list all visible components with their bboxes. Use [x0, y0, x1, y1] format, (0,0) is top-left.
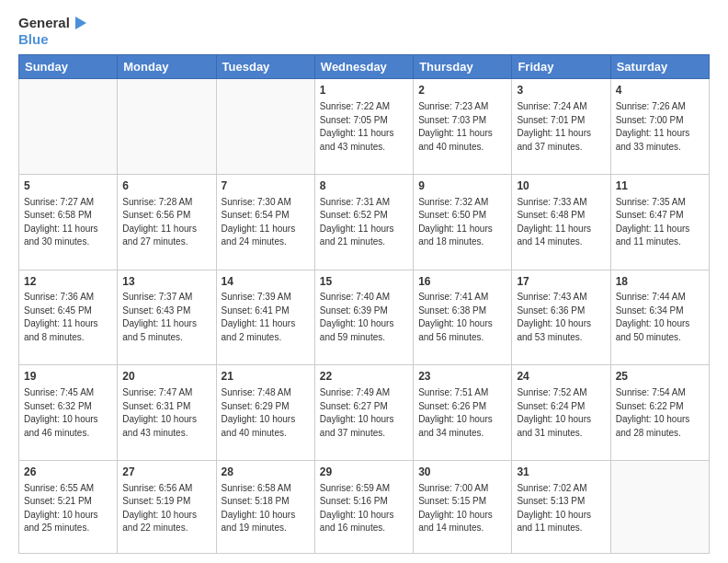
day-number: 14	[222, 274, 310, 290]
day-info: Sunrise: 7:30 AM Sunset: 6:54 PM Dayligh…	[222, 196, 310, 249]
day-info: Sunrise: 7:39 AM Sunset: 6:41 PM Dayligh…	[222, 291, 310, 344]
day-info: Sunrise: 7:40 AM Sunset: 6:39 PM Dayligh…	[320, 291, 408, 344]
calendar-cell: 14Sunrise: 7:39 AM Sunset: 6:41 PM Dayli…	[216, 270, 314, 365]
day-number: 18	[616, 274, 704, 290]
day-info: Sunrise: 7:44 AM Sunset: 6:34 PM Dayligh…	[616, 291, 704, 344]
day-info: Sunrise: 7:23 AM Sunset: 7:03 PM Dayligh…	[418, 100, 506, 154]
calendar-cell: 26Sunrise: 6:55 AM Sunset: 5:21 PM Dayli…	[19, 460, 118, 553]
calendar-cell: 8Sunrise: 7:31 AM Sunset: 6:52 PM Daylig…	[314, 174, 413, 270]
calendar-cell: 22Sunrise: 7:49 AM Sunset: 6:27 PM Dayli…	[314, 365, 413, 461]
day-info: Sunrise: 7:24 AM Sunset: 7:01 PM Dayligh…	[517, 100, 605, 154]
calendar-cell: 23Sunrise: 7:51 AM Sunset: 6:26 PM Dayli…	[414, 365, 512, 461]
calendar-cell	[118, 79, 216, 175]
day-number: 19	[24, 369, 112, 385]
day-info: Sunrise: 7:36 AM Sunset: 6:45 PM Dayligh…	[24, 291, 112, 344]
calendar-cell	[19, 79, 118, 175]
day-number: 28	[222, 465, 310, 480]
day-info: Sunrise: 7:43 AM Sunset: 6:36 PM Dayligh…	[517, 291, 605, 344]
day-info: Sunrise: 7:32 AM Sunset: 6:50 PM Dayligh…	[418, 196, 506, 249]
weekday-header-saturday: Saturday	[610, 55, 709, 79]
day-info: Sunrise: 7:27 AM Sunset: 6:58 PM Dayligh…	[24, 196, 112, 249]
logo: General Blue	[18, 15, 88, 47]
day-number: 6	[122, 178, 210, 194]
calendar-cell: 12Sunrise: 7:36 AM Sunset: 6:45 PM Dayli…	[19, 270, 118, 365]
calendar-cell: 3Sunrise: 7:24 AM Sunset: 7:01 PM Daylig…	[512, 79, 610, 175]
calendar: SundayMondayTuesdayWednesdayThursdayFrid…	[18, 54, 710, 554]
day-info: Sunrise: 7:22 AM Sunset: 7:05 PM Dayligh…	[320, 100, 408, 154]
day-info: Sunrise: 7:45 AM Sunset: 6:32 PM Dayligh…	[24, 386, 112, 440]
weekday-header-thursday: Thursday	[414, 55, 512, 79]
day-number: 15	[320, 274, 408, 290]
day-info: Sunrise: 7:47 AM Sunset: 6:31 PM Dayligh…	[122, 386, 210, 440]
calendar-cell	[610, 460, 709, 553]
day-number: 4	[616, 83, 704, 98]
logo-arrow-icon	[72, 15, 88, 31]
day-info: Sunrise: 6:56 AM Sunset: 5:19 PM Dayligh…	[122, 482, 210, 535]
calendar-cell: 2Sunrise: 7:23 AM Sunset: 7:03 PM Daylig…	[414, 79, 512, 175]
calendar-cell: 18Sunrise: 7:44 AM Sunset: 6:34 PM Dayli…	[610, 270, 709, 365]
calendar-cell: 1Sunrise: 7:22 AM Sunset: 7:05 PM Daylig…	[314, 79, 413, 175]
svg-marker-0	[75, 17, 86, 29]
calendar-cell: 27Sunrise: 6:56 AM Sunset: 5:19 PM Dayli…	[118, 460, 216, 553]
calendar-cell: 15Sunrise: 7:40 AM Sunset: 6:39 PM Dayli…	[314, 270, 413, 365]
day-number: 1	[320, 83, 408, 98]
day-number: 17	[517, 274, 605, 290]
calendar-cell: 16Sunrise: 7:41 AM Sunset: 6:38 PM Dayli…	[414, 270, 512, 365]
day-info: Sunrise: 7:35 AM Sunset: 6:47 PM Dayligh…	[616, 196, 704, 249]
calendar-cell: 13Sunrise: 7:37 AM Sunset: 6:43 PM Dayli…	[118, 270, 216, 365]
day-number: 8	[320, 178, 408, 194]
calendar-cell: 30Sunrise: 7:00 AM Sunset: 5:15 PM Dayli…	[414, 460, 512, 553]
day-info: Sunrise: 7:41 AM Sunset: 6:38 PM Dayligh…	[418, 291, 506, 344]
day-info: Sunrise: 6:59 AM Sunset: 5:16 PM Dayligh…	[320, 482, 408, 535]
day-info: Sunrise: 7:33 AM Sunset: 6:48 PM Dayligh…	[517, 196, 605, 249]
weekday-header-wednesday: Wednesday	[314, 55, 413, 79]
calendar-cell: 7Sunrise: 7:30 AM Sunset: 6:54 PM Daylig…	[216, 174, 314, 270]
calendar-cell: 5Sunrise: 7:27 AM Sunset: 6:58 PM Daylig…	[19, 174, 118, 270]
logo-wordmark: General Blue	[18, 15, 88, 47]
logo-blue: Blue	[18, 31, 49, 47]
day-number: 26	[24, 465, 112, 480]
day-number: 22	[320, 369, 408, 385]
day-number: 29	[320, 465, 408, 480]
calendar-cell: 21Sunrise: 7:48 AM Sunset: 6:29 PM Dayli…	[216, 365, 314, 461]
day-info: Sunrise: 7:02 AM Sunset: 5:13 PM Dayligh…	[517, 482, 605, 535]
weekday-header-monday: Monday	[118, 55, 216, 79]
day-number: 11	[616, 178, 704, 194]
day-number: 30	[418, 465, 506, 480]
day-number: 23	[418, 369, 506, 385]
day-info: Sunrise: 7:52 AM Sunset: 6:24 PM Dayligh…	[517, 386, 605, 440]
day-number: 25	[616, 369, 704, 385]
calendar-cell: 4Sunrise: 7:26 AM Sunset: 7:00 PM Daylig…	[610, 79, 709, 175]
weekday-header-friday: Friday	[512, 55, 610, 79]
calendar-cell: 29Sunrise: 6:59 AM Sunset: 5:16 PM Dayli…	[314, 460, 413, 553]
day-info: Sunrise: 7:26 AM Sunset: 7:00 PM Dayligh…	[616, 100, 704, 154]
day-info: Sunrise: 6:55 AM Sunset: 5:21 PM Dayligh…	[24, 482, 112, 535]
day-number: 13	[122, 274, 210, 290]
day-number: 16	[418, 274, 506, 290]
calendar-cell: 9Sunrise: 7:32 AM Sunset: 6:50 PM Daylig…	[414, 174, 512, 270]
calendar-cell: 10Sunrise: 7:33 AM Sunset: 6:48 PM Dayli…	[512, 174, 610, 270]
calendar-cell: 20Sunrise: 7:47 AM Sunset: 6:31 PM Dayli…	[118, 365, 216, 461]
day-number: 12	[24, 274, 112, 290]
calendar-cell: 25Sunrise: 7:54 AM Sunset: 6:22 PM Dayli…	[610, 365, 709, 461]
day-info: Sunrise: 7:51 AM Sunset: 6:26 PM Dayligh…	[418, 386, 506, 440]
day-number: 21	[222, 369, 310, 385]
day-info: Sunrise: 7:48 AM Sunset: 6:29 PM Dayligh…	[222, 386, 310, 440]
calendar-cell: 31Sunrise: 7:02 AM Sunset: 5:13 PM Dayli…	[512, 460, 610, 553]
day-number: 31	[517, 465, 605, 480]
day-info: Sunrise: 7:28 AM Sunset: 6:56 PM Dayligh…	[122, 196, 210, 249]
calendar-cell: 19Sunrise: 7:45 AM Sunset: 6:32 PM Dayli…	[19, 365, 118, 461]
day-info: Sunrise: 7:54 AM Sunset: 6:22 PM Dayligh…	[616, 386, 704, 440]
day-number: 20	[122, 369, 210, 385]
calendar-cell: 11Sunrise: 7:35 AM Sunset: 6:47 PM Dayli…	[610, 174, 709, 270]
day-info: Sunrise: 7:31 AM Sunset: 6:52 PM Dayligh…	[320, 196, 408, 249]
calendar-cell: 17Sunrise: 7:43 AM Sunset: 6:36 PM Dayli…	[512, 270, 610, 365]
logo-general: General	[18, 15, 70, 30]
day-number: 3	[517, 83, 605, 98]
day-number: 24	[517, 369, 605, 385]
day-number: 2	[418, 83, 506, 98]
calendar-cell: 6Sunrise: 7:28 AM Sunset: 6:56 PM Daylig…	[118, 174, 216, 270]
day-info: Sunrise: 7:00 AM Sunset: 5:15 PM Dayligh…	[418, 482, 506, 535]
day-info: Sunrise: 7:37 AM Sunset: 6:43 PM Dayligh…	[122, 291, 210, 344]
calendar-cell: 28Sunrise: 6:58 AM Sunset: 5:18 PM Dayli…	[216, 460, 314, 553]
